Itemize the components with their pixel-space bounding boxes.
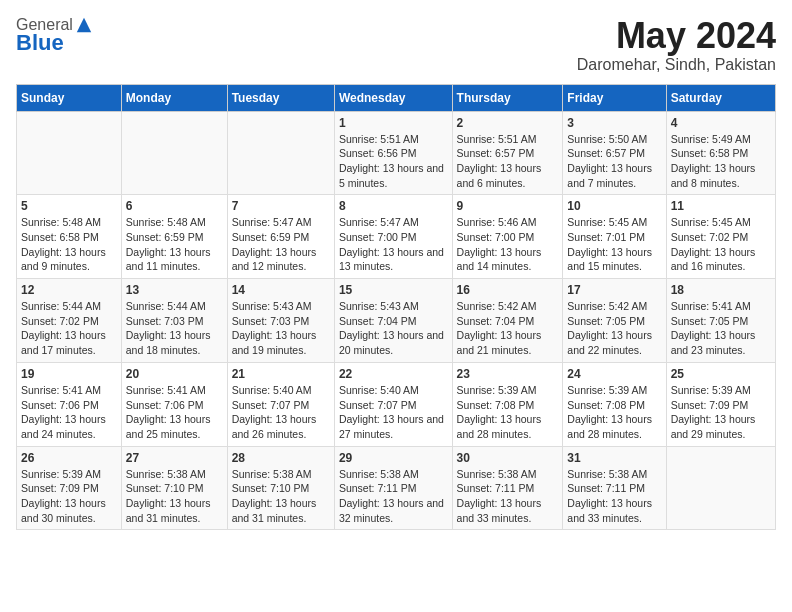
day-number: 9	[457, 199, 559, 213]
calendar-week-row: 12Sunrise: 5:44 AMSunset: 7:02 PMDayligh…	[17, 279, 776, 363]
day-number: 2	[457, 116, 559, 130]
calendar-cell	[666, 446, 775, 530]
cell-info: Sunrise: 5:48 AMSunset: 6:58 PMDaylight:…	[21, 215, 117, 274]
cell-info: Sunrise: 5:44 AMSunset: 7:02 PMDaylight:…	[21, 299, 117, 358]
cell-info: Sunrise: 5:39 AMSunset: 7:09 PMDaylight:…	[671, 383, 771, 442]
day-number: 5	[21, 199, 117, 213]
calendar-cell: 14Sunrise: 5:43 AMSunset: 7:03 PMDayligh…	[227, 279, 334, 363]
calendar-week-row: 1Sunrise: 5:51 AMSunset: 6:56 PMDaylight…	[17, 111, 776, 195]
calendar-cell	[227, 111, 334, 195]
calendar-cell: 11Sunrise: 5:45 AMSunset: 7:02 PMDayligh…	[666, 195, 775, 279]
cell-info: Sunrise: 5:46 AMSunset: 7:00 PMDaylight:…	[457, 215, 559, 274]
day-number: 15	[339, 283, 448, 297]
day-number: 28	[232, 451, 330, 465]
title-block: May 2024 Daromehar, Sindh, Pakistan	[577, 16, 776, 74]
col-tuesday: Tuesday	[227, 84, 334, 111]
cell-info: Sunrise: 5:44 AMSunset: 7:03 PMDaylight:…	[126, 299, 223, 358]
calendar-week-row: 19Sunrise: 5:41 AMSunset: 7:06 PMDayligh…	[17, 362, 776, 446]
logo-icon	[75, 16, 93, 34]
cell-info: Sunrise: 5:50 AMSunset: 6:57 PMDaylight:…	[567, 132, 661, 191]
calendar-cell: 30Sunrise: 5:38 AMSunset: 7:11 PMDayligh…	[452, 446, 563, 530]
cell-info: Sunrise: 5:38 AMSunset: 7:10 PMDaylight:…	[232, 467, 330, 526]
col-monday: Monday	[121, 84, 227, 111]
day-number: 22	[339, 367, 448, 381]
day-number: 29	[339, 451, 448, 465]
calendar-cell: 1Sunrise: 5:51 AMSunset: 6:56 PMDaylight…	[334, 111, 452, 195]
col-sunday: Sunday	[17, 84, 122, 111]
calendar-header-row: Sunday Monday Tuesday Wednesday Thursday…	[17, 84, 776, 111]
calendar-cell: 28Sunrise: 5:38 AMSunset: 7:10 PMDayligh…	[227, 446, 334, 530]
day-number: 25	[671, 367, 771, 381]
day-number: 26	[21, 451, 117, 465]
cell-info: Sunrise: 5:51 AMSunset: 6:57 PMDaylight:…	[457, 132, 559, 191]
cell-info: Sunrise: 5:41 AMSunset: 7:06 PMDaylight:…	[126, 383, 223, 442]
day-number: 30	[457, 451, 559, 465]
day-number: 3	[567, 116, 661, 130]
day-number: 23	[457, 367, 559, 381]
calendar-cell: 29Sunrise: 5:38 AMSunset: 7:11 PMDayligh…	[334, 446, 452, 530]
cell-info: Sunrise: 5:38 AMSunset: 7:10 PMDaylight:…	[126, 467, 223, 526]
calendar-week-row: 5Sunrise: 5:48 AMSunset: 6:58 PMDaylight…	[17, 195, 776, 279]
cell-info: Sunrise: 5:39 AMSunset: 7:08 PMDaylight:…	[457, 383, 559, 442]
calendar-cell: 10Sunrise: 5:45 AMSunset: 7:01 PMDayligh…	[563, 195, 666, 279]
calendar-cell: 23Sunrise: 5:39 AMSunset: 7:08 PMDayligh…	[452, 362, 563, 446]
day-number: 18	[671, 283, 771, 297]
cell-info: Sunrise: 5:39 AMSunset: 7:08 PMDaylight:…	[567, 383, 661, 442]
calendar-cell: 26Sunrise: 5:39 AMSunset: 7:09 PMDayligh…	[17, 446, 122, 530]
calendar-cell: 19Sunrise: 5:41 AMSunset: 7:06 PMDayligh…	[17, 362, 122, 446]
cell-info: Sunrise: 5:47 AMSunset: 6:59 PMDaylight:…	[232, 215, 330, 274]
calendar-cell	[121, 111, 227, 195]
cell-info: Sunrise: 5:40 AMSunset: 7:07 PMDaylight:…	[339, 383, 448, 442]
col-friday: Friday	[563, 84, 666, 111]
day-number: 12	[21, 283, 117, 297]
calendar-cell: 25Sunrise: 5:39 AMSunset: 7:09 PMDayligh…	[666, 362, 775, 446]
cell-info: Sunrise: 5:41 AMSunset: 7:06 PMDaylight:…	[21, 383, 117, 442]
day-number: 4	[671, 116, 771, 130]
cell-info: Sunrise: 5:42 AMSunset: 7:04 PMDaylight:…	[457, 299, 559, 358]
calendar-cell: 17Sunrise: 5:42 AMSunset: 7:05 PMDayligh…	[563, 279, 666, 363]
calendar-cell: 27Sunrise: 5:38 AMSunset: 7:10 PMDayligh…	[121, 446, 227, 530]
calendar-cell: 8Sunrise: 5:47 AMSunset: 7:00 PMDaylight…	[334, 195, 452, 279]
day-number: 21	[232, 367, 330, 381]
calendar-cell	[17, 111, 122, 195]
day-number: 19	[21, 367, 117, 381]
col-saturday: Saturday	[666, 84, 775, 111]
calendar-cell: 9Sunrise: 5:46 AMSunset: 7:00 PMDaylight…	[452, 195, 563, 279]
cell-info: Sunrise: 5:40 AMSunset: 7:07 PMDaylight:…	[232, 383, 330, 442]
calendar-cell: 22Sunrise: 5:40 AMSunset: 7:07 PMDayligh…	[334, 362, 452, 446]
cell-info: Sunrise: 5:49 AMSunset: 6:58 PMDaylight:…	[671, 132, 771, 191]
calendar-cell: 31Sunrise: 5:38 AMSunset: 7:11 PMDayligh…	[563, 446, 666, 530]
day-number: 27	[126, 451, 223, 465]
day-number: 6	[126, 199, 223, 213]
cell-info: Sunrise: 5:38 AMSunset: 7:11 PMDaylight:…	[457, 467, 559, 526]
calendar-cell: 24Sunrise: 5:39 AMSunset: 7:08 PMDayligh…	[563, 362, 666, 446]
cell-info: Sunrise: 5:47 AMSunset: 7:00 PMDaylight:…	[339, 215, 448, 274]
cell-info: Sunrise: 5:42 AMSunset: 7:05 PMDaylight:…	[567, 299, 661, 358]
col-thursday: Thursday	[452, 84, 563, 111]
day-number: 20	[126, 367, 223, 381]
calendar-cell: 16Sunrise: 5:42 AMSunset: 7:04 PMDayligh…	[452, 279, 563, 363]
cell-info: Sunrise: 5:48 AMSunset: 6:59 PMDaylight:…	[126, 215, 223, 274]
cell-info: Sunrise: 5:51 AMSunset: 6:56 PMDaylight:…	[339, 132, 448, 191]
calendar-cell: 18Sunrise: 5:41 AMSunset: 7:05 PMDayligh…	[666, 279, 775, 363]
day-number: 31	[567, 451, 661, 465]
cell-info: Sunrise: 5:38 AMSunset: 7:11 PMDaylight:…	[567, 467, 661, 526]
calendar-subtitle: Daromehar, Sindh, Pakistan	[577, 56, 776, 74]
calendar-cell: 12Sunrise: 5:44 AMSunset: 7:02 PMDayligh…	[17, 279, 122, 363]
day-number: 11	[671, 199, 771, 213]
day-number: 13	[126, 283, 223, 297]
page: General Blue May 2024 Daromehar, Sindh, …	[0, 0, 792, 546]
calendar-cell: 13Sunrise: 5:44 AMSunset: 7:03 PMDayligh…	[121, 279, 227, 363]
calendar-title: May 2024	[577, 16, 776, 56]
calendar-cell: 5Sunrise: 5:48 AMSunset: 6:58 PMDaylight…	[17, 195, 122, 279]
day-number: 1	[339, 116, 448, 130]
svg-marker-0	[77, 18, 91, 32]
cell-info: Sunrise: 5:45 AMSunset: 7:01 PMDaylight:…	[567, 215, 661, 274]
cell-info: Sunrise: 5:41 AMSunset: 7:05 PMDaylight:…	[671, 299, 771, 358]
calendar-cell: 4Sunrise: 5:49 AMSunset: 6:58 PMDaylight…	[666, 111, 775, 195]
cell-info: Sunrise: 5:43 AMSunset: 7:03 PMDaylight:…	[232, 299, 330, 358]
col-wednesday: Wednesday	[334, 84, 452, 111]
day-number: 16	[457, 283, 559, 297]
calendar-cell: 21Sunrise: 5:40 AMSunset: 7:07 PMDayligh…	[227, 362, 334, 446]
calendar-cell: 3Sunrise: 5:50 AMSunset: 6:57 PMDaylight…	[563, 111, 666, 195]
